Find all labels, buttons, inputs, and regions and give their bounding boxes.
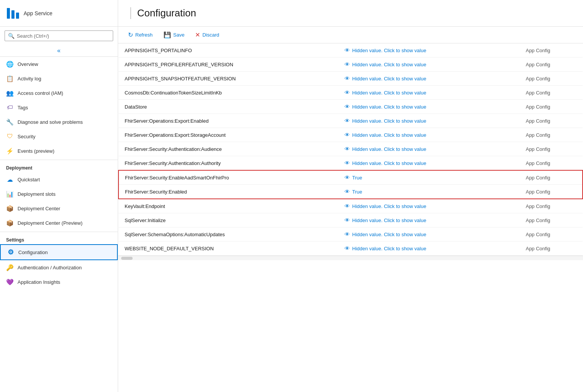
config-source-cell: App Config — [520, 156, 583, 171]
main-content: Configuration ↻ Refresh 💾 Save ✕ Discard… — [118, 0, 583, 392]
config-source-cell: App Config — [520, 142, 583, 156]
sidebar-item-application-insights[interactable]: 💜 Application Insights — [0, 275, 118, 289]
config-source-cell: App Config — [520, 185, 583, 199]
table-row[interactable]: FhirServer:Security:Authentication:Autho… — [119, 156, 583, 171]
sidebar-collapse-button[interactable]: « — [0, 45, 118, 57]
hidden-value-link[interactable]: 👁Hidden value. Click to show value — [344, 160, 513, 166]
sidebar-item-deployment-center[interactable]: 📦 Deployment Center — [0, 201, 118, 216]
hidden-value-link[interactable]: 👁Hidden value. Click to show value — [344, 75, 513, 82]
horizontal-scrollbar[interactable] — [118, 256, 583, 260]
hidden-value-link[interactable]: 👁Hidden value. Click to show value — [344, 146, 513, 152]
hidden-value-link[interactable]: 👁Hidden value. Click to show value — [344, 61, 513, 67]
search-icon: 🔍 — [8, 33, 14, 39]
config-value-cell[interactable]: 👁Hidden value. Click to show value — [338, 199, 519, 213]
refresh-icon: ↻ — [128, 31, 133, 38]
hidden-value-link[interactable]: 👁Hidden value. Click to show value — [344, 90, 513, 96]
hidden-value-link[interactable]: 👁Hidden value. Click to show value — [344, 118, 513, 124]
hidden-value-link[interactable]: 👁Hidden value. Click to show value — [344, 217, 513, 223]
hidden-value-link[interactable]: 👁Hidden value. Click to show value — [344, 203, 513, 209]
config-value-cell[interactable]: 👁Hidden value. Click to show value — [338, 43, 519, 58]
events-icon: ⚡ — [6, 147, 14, 155]
config-value-cell[interactable]: 👁Hidden value. Click to show value — [338, 156, 519, 171]
config-name-cell: DataStore — [119, 100, 338, 114]
config-value-cell[interactable]: 👁Hidden value. Click to show value — [338, 213, 519, 227]
config-value-cell[interactable]: 👁Hidden value. Click to show value — [338, 142, 519, 156]
table-row[interactable]: APPINSIGHTS_SNAPSHOTFEATURE_VERSION👁Hidd… — [119, 72, 583, 86]
security-icon: 🛡 — [6, 133, 14, 140]
sidebar-item-tags[interactable]: 🏷 Tags — [0, 100, 118, 115]
table-row[interactable]: SqlServer:SchemaOptions:AutomaticUpdates… — [119, 227, 583, 242]
table-row[interactable]: FhirServer:Security:Enabled👁TrueApp Conf… — [119, 185, 583, 199]
value-text: True — [352, 189, 362, 195]
sidebar-item-security[interactable]: 🛡 Security — [0, 129, 118, 144]
config-value-cell[interactable]: 👁Hidden value. Click to show value — [338, 58, 519, 72]
sidebar-item-diagnose[interactable]: 🔧 Diagnose and solve problems — [0, 115, 118, 129]
config-name-cell: APPINSIGHTS_PORTALINFO — [119, 43, 338, 58]
table-row[interactable]: CosmosDb:ContinuationTokenSizeLimitInKb👁… — [119, 86, 583, 100]
table-row[interactable]: FhirServer:Security:Authentication:Audie… — [119, 142, 583, 156]
config-value-cell[interactable]: 👁Hidden value. Click to show value — [338, 128, 519, 142]
table-row[interactable]: APPINSIGHTS_PROFILERFEATURE_VERSION👁Hidd… — [119, 58, 583, 72]
refresh-button[interactable]: ↻ Refresh — [127, 30, 154, 40]
hidden-value-link[interactable]: 👁Hidden value. Click to show value — [344, 245, 513, 251]
search-box[interactable]: 🔍 Search (Ctrl+/) — [5, 30, 113, 41]
table-row[interactable]: SqlServer:Initialize👁Hidden value. Click… — [119, 213, 583, 227]
hidden-value-link[interactable]: 👁Hidden value. Click to show value — [344, 231, 513, 237]
config-value-cell[interactable]: 👁Hidden value. Click to show value — [338, 114, 519, 128]
hidden-value-link[interactable]: 👁Hidden value. Click to show value — [344, 47, 513, 53]
table-row[interactable]: APPINSIGHTS_PORTALINFO👁Hidden value. Cli… — [119, 43, 583, 58]
table-row[interactable]: FhirServer:Operations:Export:StorageAcco… — [119, 128, 583, 142]
app-service-label: App Service — [24, 10, 52, 16]
sidebar-item-configuration[interactable]: ⚙ Configuration — [0, 244, 118, 260]
hidden-value-link[interactable]: 👁Hidden value. Click to show value — [344, 132, 513, 138]
hidden-value-text: Hidden value. Click to show value — [352, 90, 426, 96]
config-table: APPINSIGHTS_PORTALINFO👁Hidden value. Cli… — [118, 43, 583, 256]
table-row[interactable]: DataStore👁Hidden value. Click to show va… — [119, 100, 583, 114]
toolbar: ↻ Refresh 💾 Save ✕ Discard — [118, 27, 583, 43]
eye-icon: 👁 — [344, 75, 350, 82]
hidden-value-text: Hidden value. Click to show value — [352, 232, 426, 237]
config-value-cell[interactable]: 👁Hidden value. Click to show value — [338, 242, 519, 256]
eye-icon: 👁 — [344, 90, 350, 96]
table-row[interactable]: FhirServer:Operations:Export:Enabled👁Hid… — [119, 114, 583, 128]
svg-rect-0 — [7, 8, 10, 19]
hidden-value-link[interactable]: 👁Hidden value. Click to show value — [344, 104, 513, 110]
collapse-icon: « — [57, 47, 61, 54]
table-row[interactable]: WEBSITE_NODE_DEFAULT_VERSION👁Hidden valu… — [119, 242, 583, 256]
config-name-cell: FhirServer:Operations:Export:StorageAcco… — [119, 128, 338, 142]
eye-icon: 👁 — [344, 203, 350, 209]
sidebar-item-activity-log-label: Activity log — [18, 76, 41, 82]
sidebar-item-deployment-slots[interactable]: 📊 Deployment slots — [0, 187, 118, 201]
config-source-cell: App Config — [520, 128, 583, 142]
config-value-cell[interactable]: 👁True — [338, 170, 519, 185]
table-row[interactable]: FhirServer:Security:EnableAadSmartOnFhir… — [119, 170, 583, 185]
sidebar-item-activity-log[interactable]: 📋 Activity log — [0, 71, 118, 86]
save-button[interactable]: 💾 Save — [163, 30, 186, 40]
sidebar-item-auth-authorization-label: Authentication / Authorization — [18, 265, 82, 270]
auth-icon: 🔑 — [6, 264, 14, 271]
discard-button[interactable]: ✕ Discard — [194, 30, 220, 40]
sidebar: App Service 🔍 Search (Ctrl+/) « 🌐 Overvi… — [0, 0, 118, 392]
eye-icon: 👁 — [344, 189, 350, 195]
sidebar-item-access-control[interactable]: 👥 Access control (IAM) — [0, 86, 118, 100]
config-value-cell[interactable]: 👁Hidden value. Click to show value — [338, 86, 519, 100]
config-name-cell: APPINSIGHTS_SNAPSHOTFEATURE_VERSION — [119, 72, 338, 86]
table-row[interactable]: KeyVault:Endpoint👁Hidden value. Click to… — [119, 199, 583, 213]
config-source-cell: App Config — [520, 43, 583, 58]
sidebar-item-auth-authorization[interactable]: 🔑 Authentication / Authorization — [0, 260, 118, 275]
sidebar-item-quickstart[interactable]: ☁ Quickstart — [0, 172, 118, 187]
sidebar-item-events[interactable]: ⚡ Events (preview) — [0, 144, 118, 158]
config-value-cell[interactable]: 👁Hidden value. Click to show value — [338, 100, 519, 114]
config-value-cell[interactable]: 👁True — [338, 185, 519, 199]
sidebar-item-overview[interactable]: 🌐 Overview — [0, 57, 118, 71]
hidden-value-text: Hidden value. Click to show value — [352, 104, 426, 110]
search-input-placeholder: Search (Ctrl+/) — [17, 33, 49, 39]
nav-group-deployment: ☁ Quickstart 📊 Deployment slots 📦 Deploy… — [0, 172, 118, 230]
visible-value: 👁True — [344, 174, 513, 181]
config-name-cell: APPINSIGHTS_PROFILERFEATURE_VERSION — [119, 58, 338, 72]
hidden-value-text: Hidden value. Click to show value — [352, 48, 426, 53]
config-value-cell[interactable]: 👁Hidden value. Click to show value — [338, 72, 519, 86]
config-value-cell[interactable]: 👁Hidden value. Click to show value — [338, 227, 519, 242]
sidebar-item-deployment-center-preview[interactable]: 📦 Deployment Center (Preview) — [0, 216, 118, 230]
sidebar-item-events-label: Events (preview) — [18, 148, 54, 154]
